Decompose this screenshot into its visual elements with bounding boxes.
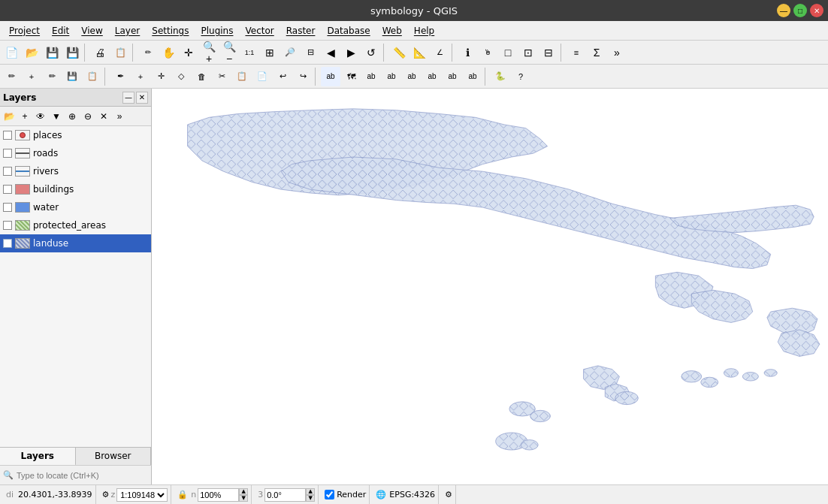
open-button[interactable]: 📂 <box>22 43 41 62</box>
more-button[interactable]: » <box>607 43 627 62</box>
menu-layer[interactable]: Layer <box>109 24 146 38</box>
menu-vector[interactable]: Vector <box>239 24 280 38</box>
pan-button[interactable]: ✋ <box>159 43 178 62</box>
label-button[interactable]: ab <box>321 67 340 86</box>
paste-button[interactable]: 📄 <box>252 67 272 86</box>
layer-check-water[interactable] <box>3 203 12 212</box>
layer-check-protected-areas[interactable] <box>3 221 12 230</box>
save-edits-button[interactable]: 💾 <box>62 67 82 86</box>
undo-button[interactable]: ↩ <box>273 67 292 86</box>
zoom-prev-button[interactable]: ◀ <box>321 43 340 62</box>
refresh-button[interactable]: ↺ <box>361 43 381 62</box>
save-button[interactable]: 💾 <box>42 43 62 62</box>
render-checkbox[interactable] <box>325 490 334 499</box>
redo-button[interactable]: ↪ <box>293 67 313 86</box>
node-tool-button[interactable]: ◇ <box>171 67 191 86</box>
zoom-up-button[interactable]: ▲ <box>239 488 248 495</box>
label3-button[interactable]: ab <box>361 67 381 86</box>
layer-item-protected-areas[interactable]: protected_areas <box>0 216 151 234</box>
zoom-input[interactable] <box>198 488 239 502</box>
scale-select[interactable]: 1:109148 <box>116 488 168 502</box>
add-layer-button[interactable]: + <box>22 67 41 86</box>
print-button[interactable]: 🖨 <box>90 43 110 62</box>
stats-button[interactable]: Σ <box>587 43 606 62</box>
pan-arrow-button[interactable]: ✛ <box>179 43 198 62</box>
menu-settings[interactable]: Settings <box>146 24 195 38</box>
python-button[interactable]: 🐍 <box>491 67 510 86</box>
measure-line-button[interactable]: 📏 <box>389 43 409 62</box>
layers-close-button[interactable]: ✕ <box>136 92 148 104</box>
filter-layer-button[interactable]: ▼ <box>49 109 64 124</box>
layer-item-places[interactable]: places <box>0 126 151 144</box>
cut-button[interactable]: ✂ <box>212 67 231 86</box>
layer-check-rivers[interactable] <box>3 167 12 176</box>
layer-item-landuse[interactable]: ✓ landuse <box>0 234 151 252</box>
layer-check-landuse[interactable]: ✓ <box>3 239 12 248</box>
digitize-toggle[interactable]: ✒ <box>110 67 130 86</box>
manage-layers-button[interactable]: 👁 <box>33 109 48 124</box>
rotation-up-button[interactable]: ▲ <box>306 488 315 495</box>
layer-item-rivers[interactable]: rivers <box>0 162 151 180</box>
tab-layers[interactable]: Layers <box>0 448 76 466</box>
close-button[interactable]: ✕ <box>810 4 823 17</box>
tab-browser[interactable]: Browser <box>76 448 152 465</box>
label6-button[interactable]: ab <box>422 67 442 86</box>
map-tips-button[interactable]: ℹ <box>458 43 477 62</box>
save-as-button[interactable]: 💾 <box>62 43 82 62</box>
layer-item-roads[interactable]: roads <box>0 144 151 162</box>
more-layers-button[interactable]: » <box>112 109 127 124</box>
copy-button[interactable]: 📋 <box>232 67 252 86</box>
layer-check-buildings[interactable] <box>3 185 12 194</box>
zoom-in-button[interactable]: 🔍+ <box>199 43 219 62</box>
layer-properties-button[interactable]: 📋 <box>83 67 102 86</box>
layer-check-places[interactable] <box>3 131 12 140</box>
zoom-next-button[interactable]: ▶ <box>341 43 361 62</box>
expand-layers-button[interactable]: ⊕ <box>65 109 80 124</box>
menu-help[interactable]: Help <box>408 24 440 38</box>
map-canvas[interactable] <box>152 89 828 484</box>
minimize-button[interactable]: — <box>777 4 790 17</box>
search-input[interactable] <box>17 471 148 480</box>
measure-area-button[interactable]: 📐 <box>409 43 429 62</box>
current-edits-button[interactable]: ✏ <box>2 67 21 86</box>
remove-layer-button[interactable]: ✕ <box>96 109 111 124</box>
label8-button[interactable]: ab <box>463 67 482 86</box>
identify-button[interactable]: 🖱 <box>478 43 497 62</box>
label4-button[interactable]: ab <box>382 67 401 86</box>
menu-view[interactable]: View <box>75 24 108 38</box>
menu-database[interactable]: Database <box>321 24 376 38</box>
layers-minimize-button[interactable]: — <box>122 92 134 104</box>
zoom-selected-button[interactable]: ⊟ <box>301 43 320 62</box>
zoom-layer-button[interactable]: 🔎 <box>280 43 300 62</box>
select-freehand-button[interactable]: ⊡ <box>518 43 538 62</box>
composer-button[interactable]: 📋 <box>110 43 130 62</box>
new-project-button[interactable]: 📄 <box>2 43 21 62</box>
move-feature-button[interactable]: ✛ <box>151 67 171 86</box>
open-layer-button[interactable]: 📂 <box>2 109 17 124</box>
menu-plugins[interactable]: Plugins <box>195 24 239 38</box>
collapse-layers-button[interactable]: ⊖ <box>80 109 95 124</box>
zoom-full-button[interactable]: ⊞ <box>260 43 280 62</box>
menu-raster[interactable]: Raster <box>280 24 322 38</box>
crs-display[interactable]: 🌐 EPSG:4326 <box>373 485 439 504</box>
add-group-button[interactable]: + <box>17 109 32 124</box>
layer-check-roads[interactable] <box>3 149 12 158</box>
label7-button[interactable]: ab <box>443 67 462 86</box>
add-feature-button[interactable]: + <box>131 67 150 86</box>
menu-edit[interactable]: Edit <box>46 24 75 38</box>
deselect-button[interactable]: ⊟ <box>539 43 558 62</box>
measure-angle-button[interactable]: ∠ <box>430 43 449 62</box>
open-table-button[interactable]: ≡ <box>567 43 586 62</box>
menu-project[interactable]: Project <box>3 24 46 38</box>
select-button[interactable]: □ <box>498 43 518 62</box>
rotation-down-button[interactable]: ▼ <box>306 495 315 502</box>
messages-button[interactable]: ⚙ <box>442 485 456 504</box>
label2-button[interactable]: 🗺 <box>341 67 361 86</box>
zoom-out-button[interactable]: 🔍− <box>219 43 239 62</box>
rotation-input[interactable] <box>264 488 306 502</box>
zoom-down-button[interactable]: ▼ <box>239 495 248 502</box>
menu-web[interactable]: Web <box>376 24 408 38</box>
help-button[interactable]: ? <box>511 67 530 86</box>
zoom-native-button[interactable]: 1:1 <box>240 43 259 62</box>
delete-feature-button[interactable]: 🗑 <box>192 67 211 86</box>
